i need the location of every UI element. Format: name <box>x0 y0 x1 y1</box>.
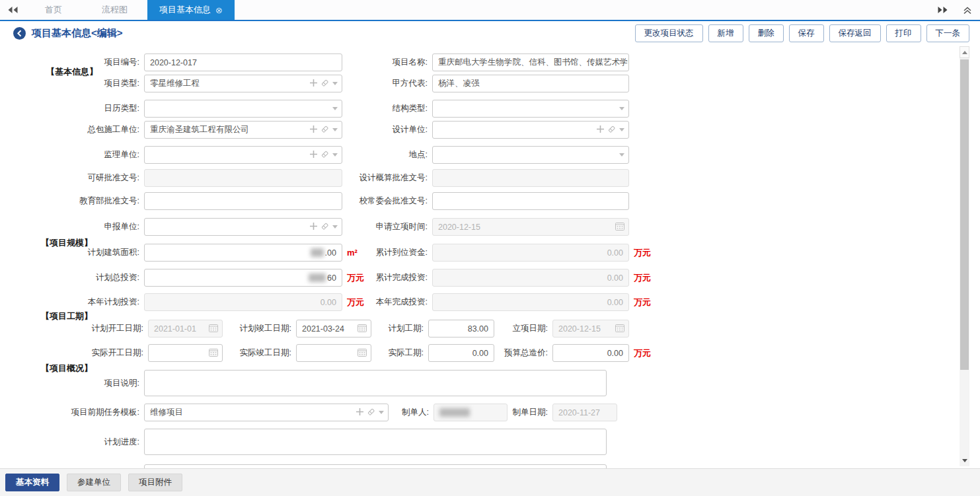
committee-approval-no-input[interactable] <box>432 192 629 210</box>
calendar-icon[interactable] <box>209 324 218 334</box>
bill-date-input[interactable]: 2020-11-27 <box>552 404 617 421</box>
tab-project-info[interactable]: 项目基本信息 ⊗ <box>147 0 235 20</box>
plan-duration-input[interactable]: 83.00 <box>428 320 494 337</box>
tab-flowchart[interactable]: 流程图 <box>82 0 147 20</box>
delete-button[interactable]: 删除 <box>749 24 784 42</box>
field-project-desc: 项目说明: <box>26 370 607 396</box>
field-value: 2021-03-24 <box>302 324 344 334</box>
plan-start-date-input[interactable]: 2021-01-01 <box>148 320 223 337</box>
field-cum-funds: 累计到位资金: 0.00 万元 <box>316 244 651 262</box>
top-tab-bar: 首页 流程图 项目基本信息 ⊗ <box>0 0 980 21</box>
field-pre-task-template: 项目前期任务模板: 维修项目 <box>26 404 389 421</box>
save-button[interactable]: 保存 <box>789 24 824 42</box>
field-label: 本年计划投资: <box>26 297 144 308</box>
structure-type-select[interactable] <box>432 100 629 118</box>
calendar-icon[interactable] <box>209 348 218 359</box>
eraser-icon[interactable] <box>367 407 375 418</box>
print-button[interactable]: 打印 <box>886 24 921 42</box>
change-project-status-button[interactable]: 更改项目状态 <box>635 24 703 42</box>
field-label: 可研批准文号: <box>26 172 144 184</box>
next-record-button[interactable]: 下一条 <box>926 24 970 42</box>
chevron-down-icon[interactable] <box>619 128 624 131</box>
field-label: 项目前期任务模板: <box>26 407 144 418</box>
tab-label: 项目基本信息 <box>159 4 211 16</box>
add-button[interactable]: 新增 <box>708 24 743 42</box>
actual-end-date-input[interactable] <box>296 344 371 362</box>
field-label: 申报单位: <box>26 221 144 232</box>
add-icon[interactable] <box>597 125 604 135</box>
close-icon[interactable]: ⊗ <box>215 5 223 15</box>
back-button[interactable] <box>13 27 26 40</box>
field-project-no: 项目编号: 2020-12-017 <box>26 53 342 71</box>
feasibility-no-input[interactable] <box>144 169 342 187</box>
calendar-icon[interactable] <box>358 324 367 334</box>
pre-task-template-input[interactable]: 维修项目 <box>144 404 389 421</box>
tab-home[interactable]: 首页 <box>25 0 82 20</box>
tab-participating-units[interactable]: 参建单位 <box>67 474 121 491</box>
plan-end-date-input[interactable]: 2021-03-24 <box>296 320 371 337</box>
moe-approval-no-input[interactable] <box>144 192 342 210</box>
scroll-up-button[interactable] <box>960 46 969 58</box>
field-label: 项目说明: <box>26 378 144 389</box>
general-contractor-input[interactable]: 重庆渝圣建筑工程有限公司 <box>144 121 342 139</box>
field-label: 实际工期: <box>374 347 428 359</box>
plan-progress-input[interactable] <box>144 429 607 455</box>
location-select[interactable] <box>432 146 629 164</box>
year-plan-invest-input[interactable]: 0.00 <box>144 293 342 311</box>
field-design-estimate-no: 设计概算批准文号: <box>316 169 629 187</box>
eraser-icon[interactable] <box>607 125 616 135</box>
calendar-type-select[interactable] <box>144 100 342 118</box>
field-value: 重庆渝圣建筑工程有限公司 <box>150 124 249 135</box>
field-feasibility-no: 可研批准文号: <box>26 169 342 187</box>
project-desc-input[interactable] <box>144 370 607 396</box>
actual-start-date-input[interactable] <box>148 344 223 362</box>
calendar-icon[interactable] <box>615 222 624 232</box>
double-left-icon[interactable] <box>0 0 25 20</box>
unit-label: 万元 <box>634 297 651 308</box>
apply-date-input[interactable]: 2020-12-15 <box>432 218 629 236</box>
project-name-input[interactable]: 重庆邮电大学生物学院、信科、图书馆、传媒艺术学院 <box>432 53 629 71</box>
save-return-button[interactable]: 保存返回 <box>829 24 881 42</box>
actual-duration-input[interactable]: 0.00 <box>428 344 494 362</box>
field-plan-duration: 计划工期: 83.00 <box>374 320 494 337</box>
cum-invest-done-input[interactable]: 0.00 <box>432 269 629 287</box>
plan-area-input[interactable]: .00 <box>144 244 342 262</box>
party-rep-input[interactable]: 杨洋、凌强 <box>432 75 629 92</box>
declare-unit-input[interactable] <box>144 218 342 236</box>
calendar-icon[interactable] <box>358 348 367 359</box>
tab-basic-data[interactable]: 基本资料 <box>5 474 59 491</box>
field-project-type: 项目类型: 零星维修工程 <box>26 75 342 92</box>
triangle-down-icon <box>962 459 967 462</box>
project-type-input[interactable]: 零星维修工程 <box>144 75 342 92</box>
field-label: 甲方代表: <box>316 78 432 89</box>
project-no-input[interactable]: 2020-12-017 <box>144 53 342 71</box>
collapse-up-icon[interactable] <box>955 0 980 20</box>
field-value: 维修项目 <box>150 407 183 418</box>
year-invest-done-input[interactable]: 0.00 <box>432 293 629 311</box>
calendar-icon[interactable] <box>615 324 624 334</box>
design-estimate-no-input[interactable] <box>432 169 629 187</box>
field-moe-approval-no: 教育部批准文号: <box>26 192 342 210</box>
cum-funds-input[interactable]: 0.00 <box>432 244 629 262</box>
bill-maker-input[interactable] <box>433 404 508 421</box>
double-right-icon[interactable] <box>930 0 955 20</box>
chevron-down-icon[interactable] <box>619 107 624 110</box>
add-icon[interactable] <box>356 408 363 417</box>
chevron-down-icon[interactable] <box>619 153 624 157</box>
budget-total-input[interactable]: 0.00 <box>552 344 629 362</box>
field-value: 2020-12-15 <box>438 223 480 232</box>
design-unit-input[interactable] <box>432 121 629 139</box>
field-label: 项目编号: <box>26 57 144 68</box>
vertical-scrollbar[interactable] <box>960 46 969 466</box>
scroll-down-button[interactable] <box>960 454 969 466</box>
tab-project-attachments[interactable]: 项目附件 <box>128 474 182 491</box>
plan-total-invest-input[interactable]: 60 <box>144 269 342 287</box>
field-label: 计划工期: <box>374 323 428 334</box>
scrollbar-thumb[interactable] <box>960 59 969 370</box>
chevron-down-icon[interactable] <box>379 411 384 414</box>
supervision-unit-input[interactable] <box>144 146 342 164</box>
approval-date-input[interactable]: 2020-12-15 <box>552 320 629 337</box>
field-value: 零星维修工程 <box>150 78 200 89</box>
project-form: 【基本信息】 【项目规模】 【项目工期】 【项目概况】 项目编号: 2020-1… <box>0 0 980 496</box>
field-label: 申请立项时间: <box>316 221 432 232</box>
